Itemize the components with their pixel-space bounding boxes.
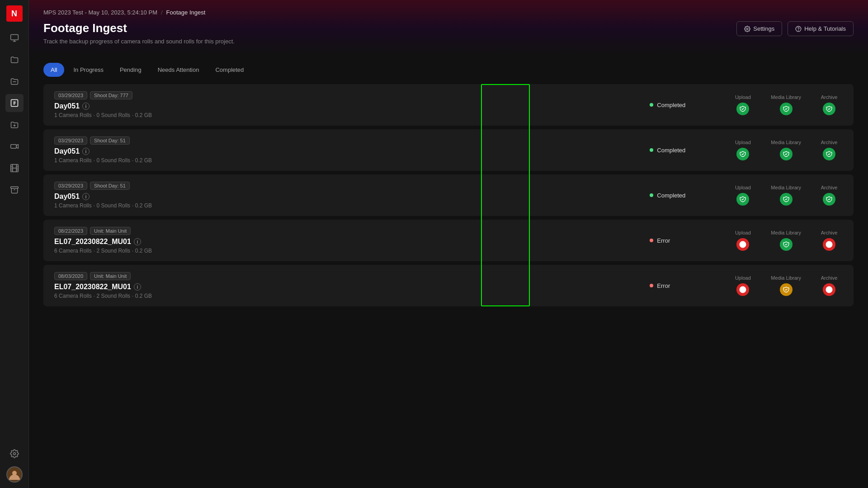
sidebar-item-folder2[interactable] bbox=[5, 72, 24, 90]
info-icon[interactable]: i bbox=[82, 148, 90, 155]
tab-all[interactable]: All bbox=[43, 63, 64, 77]
sidebar-item-settings[interactable] bbox=[5, 445, 24, 463]
date-tag: 03/29/2023 bbox=[54, 182, 87, 190]
sidebar-item-video[interactable] bbox=[5, 137, 24, 155]
media-library-icon[interactable] bbox=[780, 283, 793, 296]
row-tags: 03/29/2023 Shoot Day: 51 bbox=[54, 182, 642, 190]
media-library-action: Media Library bbox=[771, 94, 801, 115]
rows-container: 03/29/2023 Shoot Day: 777 Day051 i 1 Cam… bbox=[43, 84, 854, 306]
table-row[interactable]: 03/29/2023 Shoot Day: 51 Day051 i 1 Came… bbox=[43, 129, 854, 171]
row-name: EL07_20230822_MU01 i bbox=[54, 238, 642, 246]
help-tutorials-button[interactable]: Help & Tutorials bbox=[788, 21, 854, 36]
status-label: Completed bbox=[657, 192, 685, 199]
breadcrumb-project[interactable]: MPS 2023 Test - May 10, 2023, 5:24:10 PM bbox=[43, 9, 157, 16]
media-library-label: Media Library bbox=[771, 230, 801, 235]
archive-icon[interactable] bbox=[823, 103, 835, 115]
tab-completed[interactable]: Completed bbox=[208, 63, 251, 77]
archive-icon[interactable] bbox=[823, 193, 835, 206]
table-row[interactable]: 03/29/2023 Shoot Day: 777 Day051 i 1 Cam… bbox=[43, 84, 854, 126]
sidebar-item-folder3[interactable] bbox=[5, 116, 24, 134]
upload-label: Upload bbox=[735, 185, 751, 190]
sidebar-item-film[interactable] bbox=[5, 159, 24, 177]
content-area: 03/29/2023 Shoot Day: 777 Day051 i 1 Cam… bbox=[29, 77, 868, 488]
svg-point-15 bbox=[13, 453, 15, 455]
info-icon[interactable]: i bbox=[134, 238, 141, 245]
date-tag: 08/22/2023 bbox=[54, 227, 87, 235]
breadcrumb-page: Footage Ingest bbox=[166, 9, 206, 16]
archive-icon[interactable] bbox=[823, 238, 835, 251]
media-library-action: Media Library bbox=[771, 230, 801, 251]
row-info: 03/29/2023 Shoot Day: 51 Day051 i 1 Came… bbox=[54, 182, 642, 209]
upload-icon[interactable] bbox=[736, 193, 749, 206]
media-library-label: Media Library bbox=[771, 275, 801, 281]
status-dot bbox=[650, 284, 653, 287]
status-label: Error bbox=[657, 237, 670, 244]
sidebar-item-folder[interactable] bbox=[5, 51, 24, 69]
info-icon[interactable]: i bbox=[82, 193, 90, 200]
status-dot bbox=[650, 103, 653, 107]
status-dot bbox=[650, 239, 653, 242]
settings-icon bbox=[744, 26, 750, 32]
status-label: Error bbox=[657, 282, 670, 289]
media-library-icon[interactable] bbox=[780, 193, 793, 206]
sidebar-item-archive[interactable] bbox=[5, 181, 24, 199]
upload-action: Upload bbox=[729, 94, 756, 115]
media-library-icon[interactable] bbox=[780, 238, 793, 251]
app-logo[interactable]: N bbox=[6, 5, 23, 22]
info-icon[interactable]: i bbox=[82, 103, 90, 110]
actions-column: Upload Media Library Archive bbox=[729, 140, 843, 160]
row-info: 08/22/2023 Unit: Main Unit EL07_20230822… bbox=[54, 227, 642, 254]
archive-action: Archive bbox=[816, 140, 843, 160]
status-column: Completed bbox=[650, 192, 722, 199]
row-meta: 1 Camera Rolls· 0 Sound Rolls· 0.2 GB bbox=[54, 157, 642, 164]
row-tags: 08/03/2020 Unit: Main Unit bbox=[54, 272, 642, 280]
upload-label: Upload bbox=[735, 230, 751, 235]
upload-icon[interactable] bbox=[736, 148, 749, 160]
tab-in-progress[interactable]: In Progress bbox=[66, 63, 110, 77]
info-icon[interactable]: i bbox=[134, 283, 141, 291]
breadcrumb: MPS 2023 Test - May 10, 2023, 5:24:10 PM… bbox=[43, 9, 854, 16]
upload-icon[interactable] bbox=[736, 103, 749, 115]
page-header-left: Footage Ingest Track the backup progress… bbox=[43, 21, 235, 45]
table-row[interactable]: 08/22/2023 Unit: Main Unit EL07_20230822… bbox=[43, 220, 854, 261]
sidebar-item-ingest[interactable] bbox=[5, 94, 24, 112]
media-library-label: Media Library bbox=[771, 185, 801, 190]
settings-label: Settings bbox=[753, 25, 774, 32]
svg-rect-14 bbox=[10, 187, 18, 188]
unit-tag: Unit: Main Unit bbox=[90, 272, 131, 280]
media-library-icon[interactable] bbox=[780, 148, 793, 160]
archive-label: Archive bbox=[821, 94, 838, 100]
archive-action: Archive bbox=[816, 185, 843, 206]
archive-icon[interactable] bbox=[823, 283, 835, 296]
tab-pending[interactable]: Pending bbox=[113, 63, 149, 77]
table-row[interactable]: 03/29/2023 Shoot Day: 51 Day051 i 1 Came… bbox=[43, 174, 854, 216]
row-name: Day051 i bbox=[54, 102, 642, 110]
settings-button[interactable]: Settings bbox=[736, 21, 782, 36]
upload-label: Upload bbox=[735, 140, 751, 145]
media-library-label: Media Library bbox=[771, 140, 801, 145]
archive-label: Archive bbox=[821, 185, 838, 190]
upload-icon[interactable] bbox=[736, 238, 749, 251]
shoot-day-tag: Shoot Day: 777 bbox=[90, 91, 132, 99]
row-info: 08/03/2020 Unit: Main Unit EL07_20230822… bbox=[54, 272, 642, 299]
shoot-day-tag: Shoot Day: 51 bbox=[90, 182, 130, 190]
sidebar-item-monitor[interactable] bbox=[5, 29, 24, 47]
status-label: Completed bbox=[657, 102, 685, 108]
table-row[interactable]: 08/03/2020 Unit: Main Unit EL07_20230822… bbox=[43, 265, 854, 306]
media-library-icon[interactable] bbox=[780, 103, 793, 115]
tab-needs-attention[interactable]: Needs Attention bbox=[151, 63, 207, 77]
row-tags: 03/29/2023 Shoot Day: 51 bbox=[54, 136, 642, 145]
svg-rect-5 bbox=[10, 145, 16, 148]
row-tags: 03/29/2023 Shoot Day: 777 bbox=[54, 91, 642, 99]
user-avatar[interactable] bbox=[6, 466, 23, 483]
svg-point-18 bbox=[747, 28, 749, 30]
status-label: Completed bbox=[657, 147, 685, 154]
archive-action: Archive bbox=[816, 230, 843, 251]
row-name: Day051 i bbox=[54, 147, 642, 155]
archive-icon[interactable] bbox=[823, 148, 835, 160]
upload-icon[interactable] bbox=[736, 283, 749, 296]
sidebar: N bbox=[0, 0, 29, 488]
row-meta: 6 Camera Rolls· 2 Sound Rolls· 0.2 GB bbox=[54, 248, 642, 254]
upload-action: Upload bbox=[729, 275, 756, 296]
row-name: EL07_20230822_MU01 i bbox=[54, 283, 642, 291]
